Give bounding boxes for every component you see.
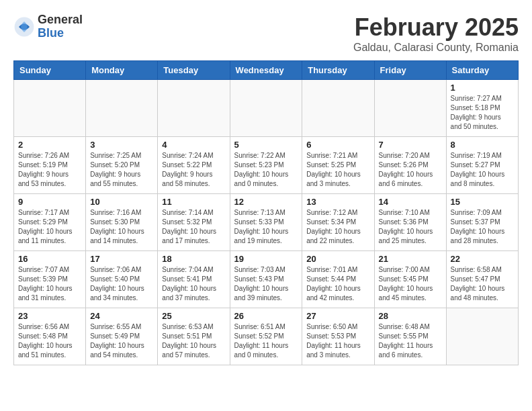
day-cell-26: 26Sunrise: 6:51 AM Sunset: 5:52 PM Dayli… (230, 308, 302, 365)
day-number: 15 (451, 197, 514, 207)
day-info: Sunrise: 7:09 AM Sunset: 5:37 PM Dayligh… (451, 208, 514, 246)
day-cell-1: 1Sunrise: 7:27 AM Sunset: 5:18 PM Daylig… (446, 80, 518, 137)
weekday-header-thursday: Thursday (302, 61, 374, 80)
day-number: 12 (234, 197, 298, 207)
title-block: February 2025 Galdau, Calarasi County, R… (353, 13, 519, 54)
day-cell-6: 6Sunrise: 7:21 AM Sunset: 5:25 PM Daylig… (302, 137, 374, 194)
day-number: 10 (90, 197, 153, 207)
weekday-header-wednesday: Wednesday (230, 61, 302, 80)
day-info: Sunrise: 6:51 AM Sunset: 5:52 PM Dayligh… (234, 322, 298, 360)
day-cell-18: 18Sunrise: 7:04 AM Sunset: 5:41 PM Dayli… (158, 251, 230, 308)
day-number: 1 (451, 83, 514, 93)
day-cell-5: 5Sunrise: 7:22 AM Sunset: 5:23 PM Daylig… (230, 137, 302, 194)
day-cell-4: 4Sunrise: 7:24 AM Sunset: 5:22 PM Daylig… (158, 137, 230, 194)
day-info: Sunrise: 7:16 AM Sunset: 5:30 PM Dayligh… (90, 208, 153, 246)
weekday-header-sunday: Sunday (14, 61, 86, 80)
day-cell-19: 19Sunrise: 7:03 AM Sunset: 5:43 PM Dayli… (230, 251, 302, 308)
logo-blue-text: Blue (38, 27, 83, 40)
weekday-header-row: SundayMondayTuesdayWednesdayThursdayFrid… (14, 61, 519, 80)
day-info: Sunrise: 7:20 AM Sunset: 5:26 PM Dayligh… (379, 151, 442, 189)
day-number: 25 (162, 311, 225, 321)
logo-icon (13, 16, 35, 38)
day-cell-empty (230, 80, 302, 137)
day-info: Sunrise: 7:03 AM Sunset: 5:43 PM Dayligh… (234, 265, 298, 303)
day-number: 21 (379, 254, 442, 264)
week-row-3: 16Sunrise: 7:07 AM Sunset: 5:39 PM Dayli… (14, 251, 519, 308)
day-cell-empty (302, 80, 374, 137)
day-cell-empty (14, 80, 86, 137)
day-number: 9 (18, 197, 81, 207)
day-info: Sunrise: 7:04 AM Sunset: 5:41 PM Dayligh… (162, 265, 225, 303)
day-cell-2: 2Sunrise: 7:26 AM Sunset: 5:19 PM Daylig… (14, 137, 86, 194)
day-info: Sunrise: 6:55 AM Sunset: 5:49 PM Dayligh… (90, 322, 153, 360)
day-cell-25: 25Sunrise: 6:53 AM Sunset: 5:51 PM Dayli… (158, 308, 230, 365)
day-cell-3: 3Sunrise: 7:25 AM Sunset: 5:20 PM Daylig… (86, 137, 158, 194)
day-number: 6 (306, 140, 369, 150)
day-info: Sunrise: 7:10 AM Sunset: 5:36 PM Dayligh… (379, 208, 442, 246)
day-number: 26 (234, 311, 298, 321)
logo: General Blue (13, 13, 83, 40)
day-info: Sunrise: 7:07 AM Sunset: 5:39 PM Dayligh… (18, 265, 81, 303)
day-cell-28: 28Sunrise: 6:48 AM Sunset: 5:55 PM Dayli… (374, 308, 446, 365)
weekday-header-monday: Monday (86, 61, 158, 80)
day-cell-14: 14Sunrise: 7:10 AM Sunset: 5:36 PM Dayli… (374, 194, 446, 251)
day-info: Sunrise: 7:19 AM Sunset: 5:27 PM Dayligh… (451, 151, 514, 189)
week-row-4: 23Sunrise: 6:56 AM Sunset: 5:48 PM Dayli… (14, 308, 519, 365)
day-number: 11 (162, 197, 225, 207)
day-info: Sunrise: 6:56 AM Sunset: 5:48 PM Dayligh… (18, 322, 81, 360)
day-info: Sunrise: 6:50 AM Sunset: 5:53 PM Dayligh… (306, 322, 369, 360)
location-text: Galdau, Calarasi County, Romania (353, 42, 519, 54)
day-number: 8 (451, 140, 514, 150)
day-info: Sunrise: 6:58 AM Sunset: 5:47 PM Dayligh… (451, 265, 514, 303)
day-cell-10: 10Sunrise: 7:16 AM Sunset: 5:30 PM Dayli… (86, 194, 158, 251)
day-info: Sunrise: 7:17 AM Sunset: 5:29 PM Dayligh… (18, 208, 81, 246)
day-number: 27 (306, 311, 369, 321)
day-number: 14 (379, 197, 442, 207)
day-number: 4 (162, 140, 225, 150)
day-number: 23 (18, 311, 81, 321)
weekday-header-tuesday: Tuesday (158, 61, 230, 80)
day-info: Sunrise: 7:26 AM Sunset: 5:19 PM Dayligh… (18, 151, 81, 189)
day-number: 22 (451, 254, 514, 264)
day-cell-21: 21Sunrise: 7:00 AM Sunset: 5:45 PM Dayli… (374, 251, 446, 308)
day-cell-15: 15Sunrise: 7:09 AM Sunset: 5:37 PM Dayli… (446, 194, 518, 251)
day-cell-11: 11Sunrise: 7:14 AM Sunset: 5:32 PM Dayli… (158, 194, 230, 251)
day-number: 13 (306, 197, 369, 207)
day-info: Sunrise: 7:24 AM Sunset: 5:22 PM Dayligh… (162, 151, 225, 189)
week-row-1: 2Sunrise: 7:26 AM Sunset: 5:19 PM Daylig… (14, 137, 519, 194)
day-cell-12: 12Sunrise: 7:13 AM Sunset: 5:33 PM Dayli… (230, 194, 302, 251)
day-cell-27: 27Sunrise: 6:50 AM Sunset: 5:53 PM Dayli… (302, 308, 374, 365)
day-cell-empty (374, 80, 446, 137)
day-cell-empty (446, 308, 518, 365)
day-info: Sunrise: 7:00 AM Sunset: 5:45 PM Dayligh… (379, 265, 442, 303)
day-info: Sunrise: 7:06 AM Sunset: 5:40 PM Dayligh… (90, 265, 153, 303)
day-number: 7 (379, 140, 442, 150)
day-cell-13: 13Sunrise: 7:12 AM Sunset: 5:34 PM Dayli… (302, 194, 374, 251)
day-number: 2 (18, 140, 81, 150)
day-cell-20: 20Sunrise: 7:01 AM Sunset: 5:44 PM Dayli… (302, 251, 374, 308)
logo-general-text: General (38, 13, 83, 27)
day-info: Sunrise: 7:21 AM Sunset: 5:25 PM Dayligh… (306, 151, 369, 189)
day-cell-empty (158, 80, 230, 137)
weekday-header-saturday: Saturday (446, 61, 518, 80)
day-cell-16: 16Sunrise: 7:07 AM Sunset: 5:39 PM Dayli… (14, 251, 86, 308)
week-row-0: 1Sunrise: 7:27 AM Sunset: 5:18 PM Daylig… (14, 80, 519, 137)
day-info: Sunrise: 7:01 AM Sunset: 5:44 PM Dayligh… (306, 265, 369, 303)
page-header: General Blue February 2025 Galdau, Calar… (13, 13, 519, 54)
day-info: Sunrise: 7:12 AM Sunset: 5:34 PM Dayligh… (306, 208, 369, 246)
day-cell-17: 17Sunrise: 7:06 AM Sunset: 5:40 PM Dayli… (86, 251, 158, 308)
day-number: 28 (379, 311, 442, 321)
day-number: 5 (234, 140, 298, 150)
day-cell-8: 8Sunrise: 7:19 AM Sunset: 5:27 PM Daylig… (446, 137, 518, 194)
day-info: Sunrise: 7:22 AM Sunset: 5:23 PM Dayligh… (234, 151, 298, 189)
day-info: Sunrise: 7:13 AM Sunset: 5:33 PM Dayligh… (234, 208, 298, 246)
day-info: Sunrise: 7:27 AM Sunset: 5:18 PM Dayligh… (451, 94, 514, 132)
day-info: Sunrise: 6:48 AM Sunset: 5:55 PM Dayligh… (379, 322, 442, 360)
calendar-table: SundayMondayTuesdayWednesdayThursdayFrid… (13, 60, 519, 365)
day-number: 20 (306, 254, 369, 264)
week-row-2: 9Sunrise: 7:17 AM Sunset: 5:29 PM Daylig… (14, 194, 519, 251)
day-cell-23: 23Sunrise: 6:56 AM Sunset: 5:48 PM Dayli… (14, 308, 86, 365)
day-info: Sunrise: 7:14 AM Sunset: 5:32 PM Dayligh… (162, 208, 225, 246)
day-cell-7: 7Sunrise: 7:20 AM Sunset: 5:26 PM Daylig… (374, 137, 446, 194)
day-number: 3 (90, 140, 153, 150)
